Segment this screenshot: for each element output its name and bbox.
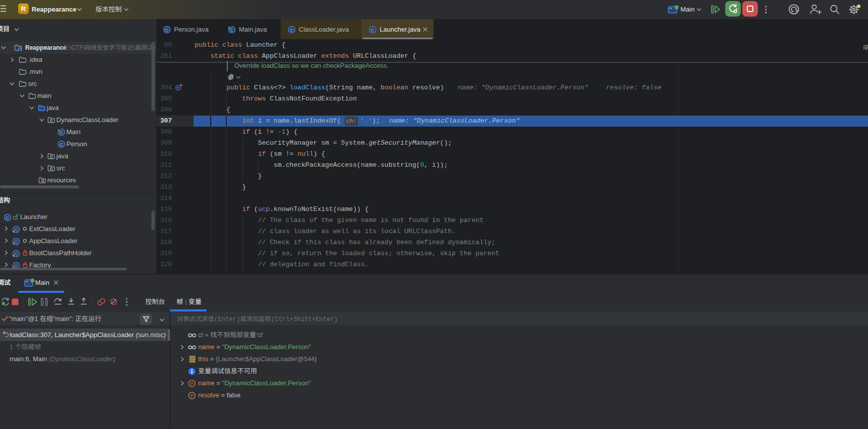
- svg-text:C: C: [60, 142, 63, 147]
- svg-text:P: P: [190, 381, 193, 386]
- svg-text:C: C: [290, 27, 294, 33]
- svg-text:P: P: [190, 393, 193, 398]
- svg-text:C: C: [6, 215, 10, 221]
- svg-text:C: C: [165, 27, 169, 33]
- svg-text:C: C: [371, 27, 375, 33]
